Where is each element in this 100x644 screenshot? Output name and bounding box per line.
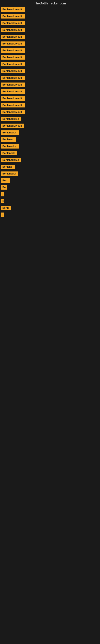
bottleneck-badge: | [1, 192, 4, 196]
bottleneck-badge: Bottleneck result [1, 76, 25, 80]
bottleneck-badge: Bottleneck result [1, 89, 25, 94]
bottleneck-badge: Bottleneck result [1, 110, 25, 114]
list-item: Bottleneck r [0, 170, 100, 177]
list-item: Bottleneck res [0, 156, 100, 164]
list-item: | [0, 211, 100, 218]
list-item: Bottleneck result [0, 122, 100, 129]
bottleneck-badge: Bottlenec [1, 137, 16, 142]
bottleneck-badge: Bottleneck res [1, 117, 21, 121]
site-title: TheBottlenecker.com [0, 0, 100, 6]
bottleneck-badge: Bottleneck result [1, 69, 25, 73]
list-item: Bott [0, 177, 100, 184]
list-item: Bottleneck r [0, 143, 100, 150]
list-item: Bottleneck result [0, 13, 100, 20]
list-item: Bottleneck result [0, 95, 100, 102]
list-item: | [0, 191, 100, 198]
bottleneck-badge: Bottleneck result [1, 28, 25, 32]
list-item: Bottlene [0, 164, 100, 170]
bottleneck-badge: Bottleneck res [1, 158, 21, 162]
list-item: Bottleneck result [0, 40, 100, 47]
bottleneck-badge: Bott [1, 178, 10, 183]
bottleneck-badge: Bo [1, 185, 7, 190]
list-item: Bottleneck result [0, 6, 100, 13]
page-wrapper: TheBottlenecker.com Bottleneck resultBot… [0, 0, 100, 218]
list-item: Bottleneck result [0, 109, 100, 116]
bottleneck-badge: Bottleneck result [1, 55, 25, 60]
bottleneck-badge: Bottleneck result [1, 7, 25, 12]
list-item: Bottleneck result [0, 88, 100, 95]
list-item: Bottleneck result [0, 26, 100, 34]
bottleneck-badge: Bottleneck result [1, 82, 25, 87]
bottleneck-badge: Bottleneck result [1, 42, 25, 46]
list-item: B [0, 198, 100, 204]
list-item: Bottleneck result [0, 54, 100, 61]
bottleneck-badge: Bottleneck result [1, 103, 25, 108]
list-item: Bottleneck [0, 150, 100, 156]
list-item: Bottleneck result [0, 74, 100, 81]
bottleneck-badge: Bottleneck [1, 151, 17, 155]
list-item: Bottlenec [0, 136, 100, 143]
list-item: Bottleneck r [0, 129, 100, 136]
list-item: Bottleneck result [0, 34, 100, 40]
list-item: Bottleneck result [0, 47, 100, 54]
bottleneck-badge: Bottleneck result [1, 14, 25, 18]
bottleneck-badge: Bottlene [1, 164, 15, 169]
bottleneck-badge: B [1, 199, 4, 203]
bottleneck-badge: | [1, 212, 4, 217]
list-item: Bo [0, 184, 100, 191]
bottleneck-badge: Bottleneck r [1, 130, 19, 135]
list-item: Bottleneck result [0, 102, 100, 109]
list-item: Bottleneck res [0, 116, 100, 122]
bottleneck-badge: Bottle [1, 206, 11, 210]
bottleneck-badge: Bottleneck r [1, 144, 19, 148]
list-item: Bottle [0, 204, 100, 211]
list-item: Bottleneck result [0, 68, 100, 74]
bottleneck-badge: Bottleneck result [1, 34, 25, 39]
bottleneck-badge: Bottleneck result [1, 21, 25, 25]
bottleneck-badge: Bottleneck result [1, 124, 24, 128]
list-item: Bottleneck result [0, 20, 100, 26]
bottleneck-badge: Bottleneck result [1, 62, 25, 66]
bottleneck-badge: Bottleneck r [1, 172, 18, 176]
bottleneck-badge: Bottleneck result [1, 96, 25, 100]
rows-container: Bottleneck resultBottleneck resultBottle… [0, 6, 100, 218]
list-item: Bottleneck result [0, 61, 100, 68]
list-item: Bottleneck result [0, 81, 100, 88]
bottleneck-badge: Bottleneck result [1, 48, 25, 53]
